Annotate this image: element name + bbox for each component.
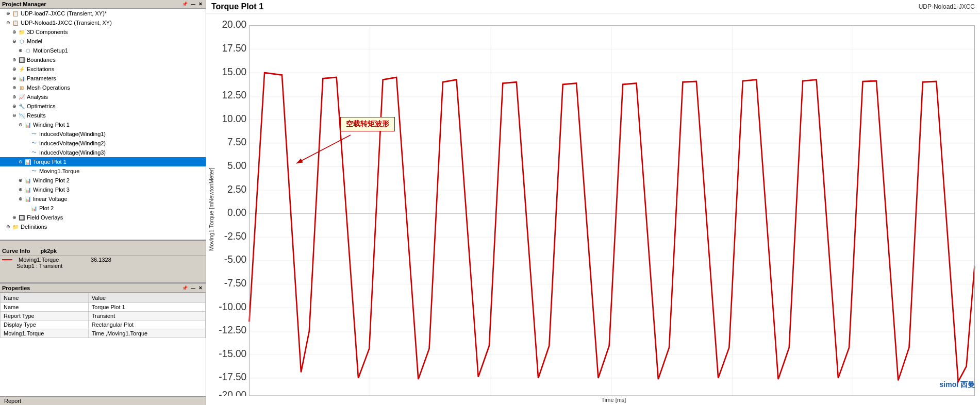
expand-icon [24, 205, 30, 211]
tree-item-plot2[interactable]: 📊 Plot 2 [0, 204, 206, 213]
plot-icon: 📊 [30, 205, 38, 212]
tree-label: Definitions [20, 224, 47, 230]
col-name: Name [1, 293, 89, 303]
tree-item-winding-plot3[interactable]: ⊕ 📊 Winding Plot 3 [0, 185, 206, 194]
minimize-button[interactable]: — [190, 285, 196, 291]
x-axis-label: Time [ms] [217, 396, 980, 405]
minimize-button[interactable]: — [190, 2, 196, 7]
tree-item-linear-voltage[interactable]: ⊕ 📊 linear Voltage [0, 194, 206, 204]
expand-icon[interactable]: ⊕ [18, 177, 24, 183]
expand-icon[interactable]: ⊕ [11, 103, 18, 109]
model-icon: ⬡ [18, 38, 26, 45]
plot-icon: 📊 [24, 158, 32, 165]
chart-title: Torque Plot 1 [211, 2, 263, 11]
expand-icon[interactable]: ⊕ [11, 94, 18, 100]
tree-label: InducedVoltage(Winding3) [38, 149, 106, 156]
expand-icon[interactable]: ⊕ [11, 66, 18, 72]
expand-icon[interactable]: ⊕ [11, 214, 18, 221]
curve-pk2pk-value: 36.1328 [91, 257, 111, 263]
tree-item-moving1-torque[interactable]: 〜 Moving1.Torque [0, 166, 206, 176]
expand-icon[interactable]: ⊕ [5, 10, 11, 16]
report-tab[interactable]: Report [0, 396, 206, 405]
close-button[interactable]: ✕ [197, 2, 204, 7]
prop-row: Moving1.Torque Time ,Moving1.Torque [1, 329, 206, 338]
tree-item-motionsetup1[interactable]: ⊕ ⬡ MotionSetup1 [0, 46, 206, 55]
expand-icon[interactable]: ⊕ [18, 196, 24, 202]
pin-button[interactable]: 📌 [181, 285, 189, 291]
pk2pk-label: pk2pk [40, 248, 57, 254]
tree-item-mesh-ops[interactable]: ⊕ ⊞ Mesh Operations [0, 83, 206, 92]
motion-icon: ⬡ [24, 47, 32, 54]
expand-icon[interactable]: ⊖ [11, 112, 18, 119]
svg-text:-7.50: -7.50 [224, 277, 246, 289]
project-manager-title: Project Manager [2, 1, 46, 7]
svg-text:-5.00: -5.00 [224, 254, 246, 265]
curve-data-row: Moving1.Torque 36.1328 [2, 257, 204, 263]
expand-icon[interactable]: ⊖ [18, 159, 24, 165]
expand-icon[interactable]: ⊕ [11, 29, 18, 35]
tree-item-induced2[interactable]: 〜 InducedVoltage(Winding2) [0, 139, 206, 148]
project-tree: ⊕ 📋 UDP-load7-JXCC (Transient, XY)* ⊖ 📋 … [0, 9, 206, 241]
panel-controls: 📌 — ✕ [181, 2, 204, 7]
expand-icon[interactable]: ⊕ [11, 75, 18, 81]
tree-item-udp-noload1[interactable]: ⊖ 📋 UDP-Noload1-JXCC (Transient, XY) [0, 18, 206, 27]
tree-item-boundaries[interactable]: ⊕ 🔲 Boundaries [0, 55, 206, 64]
left-panel: Project Manager 📌 — ✕ ⊕ 📋 UDP-load7-JXCC… [0, 0, 206, 405]
tree-label: Parameters [26, 75, 56, 81]
tree-item-model[interactable]: ⊖ ⬡ Model [0, 37, 206, 46]
scrollbar[interactable] [0, 241, 206, 247]
expand-icon[interactable]: ⊖ [5, 20, 11, 26]
curve-panel-header: Curve Info pk2pk [0, 247, 206, 256]
tree-item-results[interactable]: ⊖ 📉 Results [0, 111, 206, 120]
curve-table: Moving1.Torque 36.1328 Setup1 : Transien… [0, 256, 206, 270]
prop-row: Display Type Rectangular Plot [1, 320, 206, 329]
properties-table: Name Value Name Torque Plot 1 Report Typ… [0, 293, 206, 396]
parameters-icon: 📊 [18, 75, 26, 82]
svg-rect-0 [217, 14, 980, 396]
tree-item-excitations[interactable]: ⊕ ⚡ Excitations [0, 64, 206, 74]
plot-icon: 📊 [24, 177, 32, 184]
expand-icon[interactable]: ⊕ [11, 85, 18, 91]
expand-icon[interactable]: ⊕ [5, 224, 11, 230]
tree-item-induced3[interactable]: 〜 InducedVoltage(Winding3) [0, 148, 206, 157]
tree-item-winding-plot1[interactable]: ⊖ 📊 Winding Plot 1 [0, 120, 206, 129]
svg-text:-20.00: -20.00 [219, 389, 246, 396]
prop-name: Report Type [1, 312, 89, 320]
tree-item-torque-plot1[interactable]: ⊖ 📊 Torque Plot 1 [0, 157, 206, 166]
y-axis-label: Moving1 Torque [mNewtonMeter] [206, 14, 217, 405]
svg-text:12.50: 12.50 [222, 89, 247, 101]
expand-icon[interactable]: ⊖ [11, 38, 18, 44]
tree-item-parameters[interactable]: ⊕ 📊 Parameters [0, 74, 206, 83]
close-button[interactable]: ✕ [197, 285, 204, 291]
expand-icon[interactable]: ⊕ [18, 47, 24, 54]
svg-text:-12.50: -12.50 [219, 324, 246, 336]
curve-info-title: Curve Info [2, 248, 30, 254]
prop-name: Name [1, 303, 89, 312]
curve-color-indicator [2, 259, 12, 260]
prop-name: Display Type [1, 320, 89, 329]
tree-label: 3D Components [26, 29, 68, 35]
expand-icon[interactable]: ⊖ [18, 122, 24, 128]
expand-icon[interactable]: ⊕ [18, 187, 24, 193]
pin-button[interactable]: 📌 [181, 2, 189, 7]
expand-icon[interactable]: ⊕ [11, 57, 18, 63]
analysis-icon: 📈 [18, 93, 26, 100]
tree-item-field-overlays[interactable]: ⊕ 🔲 Field Overlays [0, 213, 206, 222]
tree-item-induced1[interactable]: 〜 InducedVoltage(Winding1) [0, 129, 206, 139]
tree-label: Boundaries [26, 57, 56, 63]
optimetrics-icon: 🔧 [18, 103, 26, 110]
folder-icon: 📁 [18, 28, 26, 36]
tree-item-optimetrics[interactable]: ⊕ 🔧 Optimetrics [0, 102, 206, 111]
svg-text:15.00: 15.00 [222, 65, 247, 77]
prop-row: Name Torque Plot 1 [1, 303, 206, 312]
tree-label: InducedVoltage(Winding1) [38, 131, 106, 137]
col-value: Value [88, 293, 205, 303]
prop-value: Rectangular Plot [88, 320, 205, 329]
curve-name-value: Moving1.Torque [19, 257, 89, 263]
tree-item-definitions[interactable]: ⊕ 📁 Definitions [0, 222, 206, 231]
tree-label: UDP-load7-JXCC (Transient, XY)* [20, 10, 107, 16]
tree-item-analysis[interactable]: ⊕ 📈 Analysis [0, 92, 206, 102]
tree-item-3d-components[interactable]: ⊕ 📁 3D Components [0, 27, 206, 37]
tree-item-udp-load7[interactable]: ⊕ 📋 UDP-load7-JXCC (Transient, XY)* [0, 9, 206, 18]
tree-item-winding-plot2[interactable]: ⊕ 📊 Winding Plot 2 [0, 176, 206, 185]
